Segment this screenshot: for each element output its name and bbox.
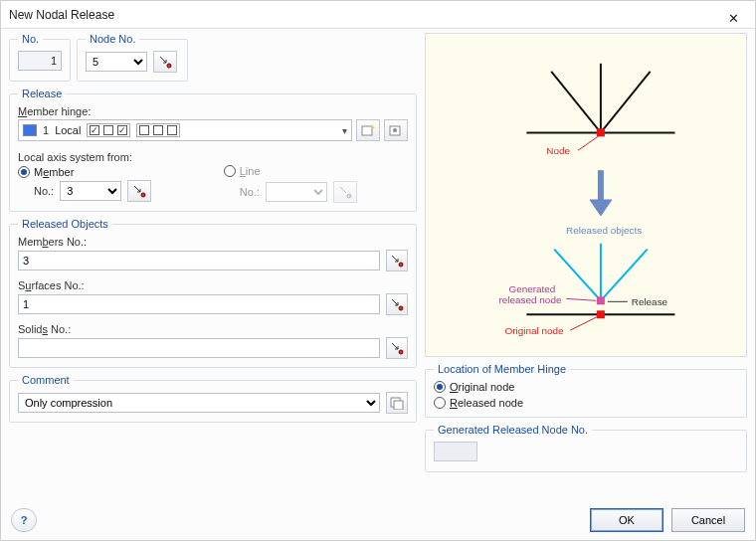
pick-member-icon[interactable] xyxy=(127,180,151,202)
location-legend: Location of Member Hinge xyxy=(434,363,570,375)
pick-line-icon xyxy=(333,181,357,203)
close-icon[interactable]: ✕ xyxy=(719,5,747,25)
generated-node-display xyxy=(434,442,477,461)
line-radio-label: Line xyxy=(240,165,261,177)
svg-line-14 xyxy=(551,72,601,133)
svg-point-4 xyxy=(393,128,397,132)
svg-line-21 xyxy=(554,250,601,301)
svg-point-8 xyxy=(399,306,403,310)
svg-rect-16 xyxy=(597,128,605,136)
diagram-gen-label2: released node xyxy=(499,294,562,305)
generated-group: Generated Released Node No. xyxy=(425,424,747,472)
svg-line-28 xyxy=(570,316,598,330)
line-no-label: No.: xyxy=(240,186,260,198)
member-no-label: No.: xyxy=(34,185,54,197)
cancel-button[interactable]: Cancel xyxy=(671,508,745,532)
members-no-label: Members No.: xyxy=(18,236,408,248)
content-area: No. 1 Node No. 5 xyxy=(1,29,755,496)
member-hinge-label: Member hinge: xyxy=(18,105,408,117)
hinge-checks-2 xyxy=(136,123,180,137)
member-radio-label: Member xyxy=(34,166,74,178)
svg-marker-2 xyxy=(371,124,375,128)
surfaces-no-input[interactable] xyxy=(18,294,380,314)
members-no-input[interactable] xyxy=(18,251,380,270)
window-title: New Nodal Release xyxy=(9,1,114,29)
svg-rect-11 xyxy=(394,401,403,410)
nodeno-group-label: Node No. xyxy=(86,33,139,45)
original-node-radio[interactable]: Original node xyxy=(434,381,724,393)
member-radio[interactable]: Member xyxy=(18,166,74,178)
release-group: Release Member hinge: 1 Local ✓✓ xyxy=(9,88,417,212)
diagram-relobj-label: Released objects xyxy=(566,225,642,236)
pick-surfaces-icon[interactable] xyxy=(386,293,408,315)
release-legend: Release xyxy=(18,88,66,99)
generated-legend: Generated Released Node No. xyxy=(434,424,592,436)
svg-line-22 xyxy=(601,250,648,301)
titlebar: New Nodal Release ✕ xyxy=(1,1,755,29)
dialog-buttons: OK Cancel xyxy=(590,508,745,532)
svg-rect-25 xyxy=(597,310,605,318)
released-objects-legend: Released Objects xyxy=(18,218,112,230)
left-column: No. 1 Node No. 5 xyxy=(9,33,417,496)
svg-line-17 xyxy=(578,136,598,150)
member-no-combo[interactable]: 3 xyxy=(60,181,121,201)
diagram-gen-label1: Generated xyxy=(508,283,555,294)
nodeno-combo[interactable]: 5 xyxy=(86,52,147,72)
diagram-orig-label: Original node xyxy=(505,325,564,336)
diagram-panel: Node Released objects xyxy=(425,33,747,357)
svg-rect-1 xyxy=(362,126,372,135)
svg-line-27 xyxy=(566,298,596,300)
dialog-window: New Nodal Release ✕ No. 1 Node No. 5 xyxy=(0,0,756,541)
no-group: No. 1 xyxy=(9,33,71,82)
axis-label: Local axis system from: xyxy=(18,151,408,163)
line-no-combo xyxy=(266,182,327,202)
number-display: 1 xyxy=(18,51,62,71)
diagram-node-label: Node xyxy=(546,145,570,156)
solids-no-label: Solids No.: xyxy=(18,323,408,335)
diagram-svg: Node Released objects xyxy=(426,34,746,356)
pick-node-icon[interactable] xyxy=(153,51,177,73)
svg-point-0 xyxy=(167,64,171,68)
svg-marker-19 xyxy=(590,200,612,216)
solids-no-input[interactable] xyxy=(18,338,380,358)
comment-legend: Comment xyxy=(18,374,74,386)
comment-apply-icon[interactable] xyxy=(386,392,408,414)
right-column: Node Released objects xyxy=(425,33,747,496)
ok-button[interactable]: OK xyxy=(590,508,663,532)
svg-point-7 xyxy=(399,263,403,267)
released-objects-group: Released Objects Members No.: Surfaces N… xyxy=(9,218,417,368)
new-hinge-icon[interactable] xyxy=(356,119,380,141)
original-node-radio-label: Original node xyxy=(450,381,514,393)
svg-point-9 xyxy=(399,350,403,354)
hinge-number: 1 xyxy=(43,124,49,136)
radio-dot-icon xyxy=(434,381,446,393)
no-group-label: No. xyxy=(18,33,43,45)
line-radio[interactable]: Line xyxy=(224,165,261,177)
location-group: Location of Member Hinge Original node R… xyxy=(425,363,747,418)
top-groups: No. 1 Node No. 5 xyxy=(9,33,417,82)
hinge-color-swatch xyxy=(23,124,37,136)
radio-dot-icon xyxy=(434,397,446,409)
released-node-radio[interactable]: Released node xyxy=(434,397,724,409)
svg-line-15 xyxy=(601,72,651,133)
comment-group: Comment Only compression xyxy=(9,374,417,423)
pick-members-icon[interactable] xyxy=(386,250,408,271)
nodeno-group: Node No. 5 xyxy=(77,33,188,82)
diagram-release-label: Release xyxy=(632,296,668,307)
svg-point-5 xyxy=(141,193,145,197)
edit-hinge-icon[interactable] xyxy=(384,119,408,141)
radio-dot-icon xyxy=(224,165,236,177)
chevron-down-icon: ▾ xyxy=(342,125,347,136)
hinge-combo[interactable]: 1 Local ✓✓ ▾ xyxy=(18,119,352,141)
pick-solids-icon[interactable] xyxy=(386,337,408,359)
svg-rect-24 xyxy=(597,296,605,304)
comment-input[interactable]: Only compression xyxy=(18,393,380,413)
surfaces-no-label: Surfaces No.: xyxy=(18,279,408,291)
released-node-radio-label: Released node xyxy=(450,397,523,409)
radio-dot-icon xyxy=(18,166,30,178)
hinge-checks-1: ✓✓ xyxy=(87,123,130,137)
help-button[interactable]: ? xyxy=(11,508,37,532)
svg-point-6 xyxy=(347,194,351,198)
hinge-type: Local xyxy=(55,124,81,136)
